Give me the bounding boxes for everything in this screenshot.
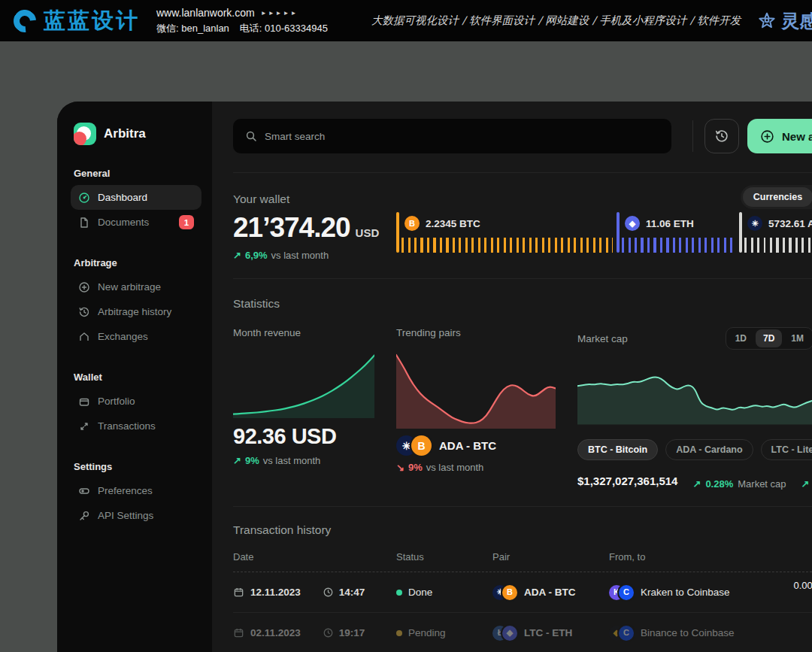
sidebar-item-label: Preferences: [98, 485, 153, 496]
trend-up-icon: ↗: [233, 455, 241, 466]
segment-marker: [739, 212, 742, 253]
status-dot: [396, 630, 402, 636]
holding-ada: ✳5732.61 ADA: [739, 238, 812, 253]
calendar-icon: [233, 627, 244, 638]
btc-icon: B: [411, 435, 432, 456]
app-name: Arbitra: [104, 126, 146, 141]
document-icon: [78, 217, 90, 229]
wallet-icon: [78, 396, 90, 408]
table-row[interactable]: 12.11.2023 14:47 Done ✳BADA - BTC KCKrak…: [233, 572, 812, 613]
sidebar-item-dashboard[interactable]: Dashboard: [71, 185, 201, 210]
eth-amount: 11.06 ETH: [646, 218, 694, 229]
wallet-currency: USD: [356, 226, 380, 239]
new-arbitrage-label: New arbitrage: [782, 130, 812, 143]
statistics-section: Statistics Month revenue 92.36 USD ↗ 9% …: [233, 278, 812, 506]
exchange-building-icon: [78, 331, 90, 343]
banner-contact: www.lanlanwork.com►►►►► 微信: ben_lanlan电话…: [156, 5, 328, 37]
trend-up-icon: ↗: [692, 478, 701, 490]
sidebar-item-label: Documents: [98, 217, 149, 228]
sidebar-item-documents[interactable]: Documents 1: [71, 210, 201, 235]
search-input[interactable]: [265, 131, 659, 142]
new-arbitrage-button[interactable]: New arbitrage: [747, 119, 812, 153]
market-cap-change: ↗ 0.28% Market cap: [692, 478, 786, 490]
date-cell: 12.11.2023 14:47: [233, 587, 396, 598]
ada-tick-bar: [744, 238, 812, 253]
plus-circle-icon: [760, 129, 774, 144]
tab-ltc-litecoin[interactable]: LTC - Litecoin: [761, 439, 812, 460]
coinbase-icon: C: [619, 585, 634, 600]
trend-down-icon: ↘: [396, 462, 404, 473]
market-cap-tabs: BTC - Bitcoin ADA - Cardano LTC - Liteco…: [577, 439, 812, 460]
tab-btc-bitcoin[interactable]: BTC - Bitcoin: [577, 439, 658, 460]
status-cell: Pending: [396, 627, 492, 638]
sidebar-item-api-settings[interactable]: API Settings: [71, 503, 201, 528]
toggle-icon: [78, 485, 90, 497]
sidebar-section-settings: Settings: [74, 461, 201, 472]
ada-icon: ✳: [747, 216, 762, 231]
table-header: Date Status Pair From, to: [233, 551, 812, 572]
sidebar-item-label: Portfolio: [98, 396, 135, 407]
plus-circle-icon: [78, 281, 90, 293]
sidebar-section-arbitrage: Arbitrage: [74, 257, 201, 268]
column-status: Status: [396, 551, 492, 563]
range-7d[interactable]: 7D: [756, 329, 782, 347]
column-pair: Pair: [492, 551, 609, 563]
eth-icon: ◆: [625, 216, 640, 231]
star-icon: [757, 11, 777, 31]
sidebar-item-exchanges[interactable]: Exchanges: [71, 324, 201, 349]
segment-marker: [617, 212, 620, 253]
clock-icon: [323, 587, 334, 598]
segment-marker: [396, 212, 399, 253]
transaction-history-section: Transaction history Date Status Pair Fro…: [233, 506, 812, 652]
range-1m[interactable]: 1M: [783, 329, 811, 347]
transfer-arrows-icon: [78, 420, 90, 432]
status-dot: [396, 590, 402, 596]
eth-icon: ◆: [502, 626, 517, 641]
sidebar-item-arbitrage-history[interactable]: Arbitrage history: [71, 299, 201, 324]
wechat-label: 微信: ben_lanlan: [156, 23, 229, 34]
sidebar-item-new-arbitrage[interactable]: New arbitrage: [71, 274, 201, 299]
promo-banner: 蓝蓝设计 www.lanlanwork.com►►►►► 微信: ben_lan…: [0, 0, 812, 41]
sidebar-item-label: Arbitrage history: [98, 306, 171, 317]
trend-up-icon: ↗: [233, 250, 241, 261]
ada-amount: 5732.61 ADA: [768, 218, 812, 229]
sidebar-item-preferences[interactable]: Preferences: [71, 478, 201, 503]
inspiration-collect[interactable]: 灵感收集: [757, 9, 812, 33]
sidebar-item-label: New arbitrage: [98, 281, 161, 293]
trending-change: ↘ 9% vs last month: [396, 462, 556, 473]
time-cell: 14:47: [323, 587, 365, 598]
tab-ada-cardano[interactable]: ADA - Cardano: [665, 439, 753, 460]
brand-logo[interactable]: 蓝蓝设计: [14, 6, 140, 36]
coinbase-icon: C: [619, 626, 634, 641]
btc-amount: 2.2345 BTC: [426, 218, 480, 229]
history-button[interactable]: [704, 119, 739, 153]
month-revenue-change: ↗ 9% vs last month: [233, 455, 374, 466]
search-box: [233, 119, 671, 153]
app-window: Arbitra General Dashboard Documents 1 Ar…: [57, 102, 812, 652]
market-cap-label: Market cap: [577, 333, 628, 344]
sidebar-item-label: Dashboard: [98, 192, 147, 203]
range-1d[interactable]: 1D: [728, 329, 754, 347]
clock-icon: [323, 627, 334, 638]
sidebar-section-general: General: [74, 168, 201, 179]
month-revenue-chart: [233, 350, 374, 418]
holding-eth: ◆11.06 ETH: [617, 238, 739, 253]
sidebar-item-portfolio[interactable]: Portfolio: [71, 389, 201, 414]
table-row[interactable]: 02.11.2023 19:17 Pending Ł◆LTC - ETH ◆CB…: [233, 613, 812, 652]
column-from-to: From, to: [609, 551, 789, 563]
sidebar-section-wallet: Wallet: [74, 371, 201, 383]
sidebar: Arbitra General Dashboard Documents 1 Ar…: [57, 102, 212, 652]
time-cell: 19:17: [323, 627, 365, 638]
brand-logo-icon: [9, 5, 41, 36]
month-revenue-card: Month revenue 92.36 USD ↗ 9% vs last mon…: [233, 327, 374, 490]
app-logo[interactable]: Arbitra: [71, 123, 201, 145]
btc-tick-bar: [401, 238, 613, 253]
volume-change: ↗ 29.40% Volume (24h): [801, 478, 812, 490]
sidebar-item-label: API Settings: [98, 510, 153, 521]
toggle-currencies[interactable]: Currencies: [743, 187, 812, 207]
sidebar-item-transactions[interactable]: Transactions: [71, 414, 201, 438]
arbitra-logo-icon: [74, 123, 96, 145]
dashboard-icon: [78, 192, 90, 204]
wallet-title: Your wallet: [233, 193, 812, 206]
sidebar-item-label: Exchanges: [98, 331, 148, 342]
